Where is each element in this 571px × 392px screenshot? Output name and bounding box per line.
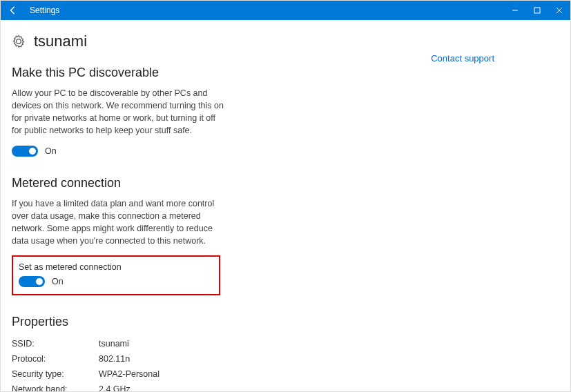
prop-key: SSID: [12,339,99,349]
metered-title: Metered connection [12,176,559,190]
page-title: tsunami [34,32,87,50]
maximize-button[interactable] [526,1,548,20]
prop-key: Security type: [12,369,99,379]
discoverable-desc: Allow your PC to be discoverable by othe… [12,87,226,137]
table-row: Network band:2.4 GHz [12,382,559,391]
table-row: SSID:tsunami [12,336,559,351]
minimize-button[interactable] [504,1,526,20]
maximize-icon [534,7,541,14]
svg-rect-1 [534,8,540,13]
discoverable-toggle[interactable] [12,146,38,157]
discoverable-toggle-label: On [45,146,57,156]
properties-table: SSID:tsunami Protocol:802.11n Security t… [12,336,559,391]
prop-val: WPA2-Personal [99,369,159,379]
section-properties: Properties SSID:tsunami Protocol:802.11n… [12,315,559,391]
metered-toggle-title: Set as metered connection [19,262,213,272]
metered-highlight-box: Set as metered connection On [12,255,220,295]
discoverable-toggle-row: On [12,146,559,157]
table-row: Protocol:802.11n [12,351,559,366]
arrow-left-icon [8,6,18,15]
page-header: tsunami [12,32,559,50]
metered-toggle-row: On [19,276,213,287]
window-title: Settings [26,6,59,15]
content-area: tsunami Contact support Make this PC dis… [1,20,570,391]
metered-toggle-label: On [52,277,64,286]
back-button[interactable] [1,1,26,20]
contact-support-link[interactable]: Contact support [431,53,494,63]
close-icon [556,7,563,14]
close-button[interactable] [548,1,570,20]
prop-key: Protocol: [12,354,99,364]
titlebar: Settings [1,1,570,20]
properties-title: Properties [12,315,559,329]
table-row: Security type:WPA2-Personal [12,366,559,382]
prop-key: Network band: [12,384,99,391]
prop-val: 2.4 GHz [99,384,130,391]
discoverable-title: Make this PC discoverable [12,66,559,80]
metered-toggle[interactable] [19,276,45,287]
gear-icon [12,35,26,48]
prop-val: tsunami [99,339,129,349]
prop-val: 802.11n [99,354,130,364]
minimize-icon [512,7,519,14]
metered-desc: If you have a limited data plan and want… [12,197,226,248]
section-metered: Metered connection If you have a limited… [12,176,559,296]
section-discoverable: Make this PC discoverable Allow your PC … [12,66,559,157]
